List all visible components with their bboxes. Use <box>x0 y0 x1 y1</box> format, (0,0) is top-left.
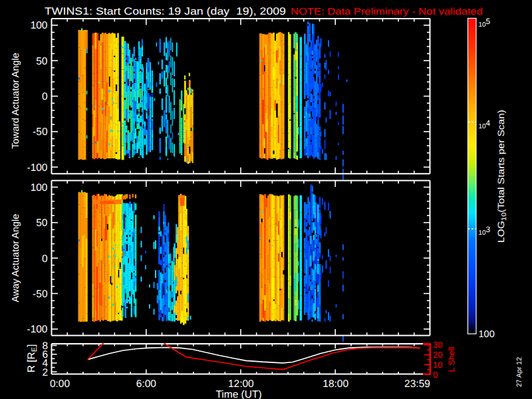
svg-text:0: 0 <box>42 253 48 265</box>
svg-text:-100: -100 <box>27 324 47 335</box>
svg-text:TWINS1: Start Counts: 19 Jan (: TWINS1: Start Counts: 19 Jan (day 19), 2… <box>45 6 286 17</box>
svg-text:18:00: 18:00 <box>323 378 348 390</box>
svg-text:Away Actuator Angle: Away Actuator Angle <box>11 214 21 303</box>
svg-text:10: 10 <box>433 360 442 370</box>
svg-text:-50: -50 <box>33 289 48 300</box>
svg-text:10: 10 <box>479 229 487 237</box>
svg-text:Toward Actuator Angle: Toward Actuator Angle <box>11 53 21 148</box>
svg-text:-50: -50 <box>33 126 48 138</box>
svg-text:30: 30 <box>433 340 442 350</box>
svg-text:0: 0 <box>42 91 48 102</box>
svg-text:23:59: 23:59 <box>404 378 430 390</box>
svg-text:5: 5 <box>486 17 491 26</box>
svg-text:3: 3 <box>486 225 491 234</box>
svg-text:50: 50 <box>36 56 48 67</box>
svg-text:L Shell: L Shell <box>447 347 456 372</box>
svg-text:6:00: 6:00 <box>136 378 157 390</box>
svg-text:2: 2 <box>42 367 48 378</box>
svg-text:4: 4 <box>486 118 491 128</box>
svg-text:100: 100 <box>31 20 48 31</box>
svg-text:100: 100 <box>479 329 495 340</box>
svg-text:27 Apr 12: 27 Apr 12 <box>515 357 523 387</box>
svg-text:0: 0 <box>433 370 438 380</box>
svg-text:100: 100 <box>31 182 48 194</box>
svg-text:NOTE: Data Preliminary - Not v: NOTE: Data Preliminary - Not validated <box>291 7 483 17</box>
svg-text:10: 10 <box>479 21 487 29</box>
svg-text:Time (UT): Time (UT) <box>215 389 261 399</box>
svg-text:12:00: 12:00 <box>228 378 254 390</box>
svg-text:50: 50 <box>36 217 48 229</box>
svg-text:20: 20 <box>433 350 442 360</box>
svg-text:-100: -100 <box>27 162 47 174</box>
svg-text:10: 10 <box>479 123 487 130</box>
svg-text:0:00: 0:00 <box>50 378 70 390</box>
